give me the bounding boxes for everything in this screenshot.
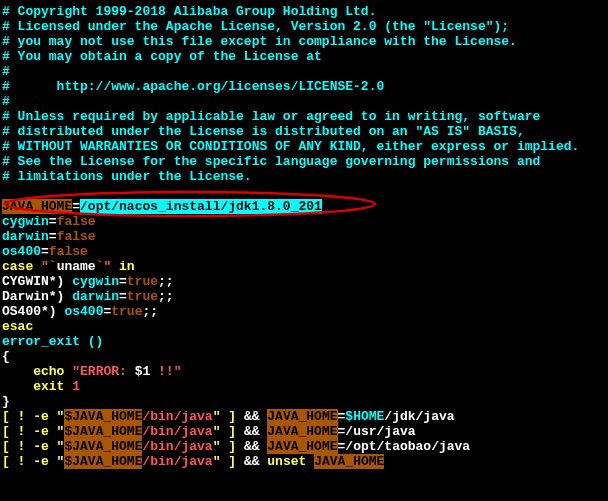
var-name: os400 xyxy=(2,244,41,259)
equals-sign: = xyxy=(119,274,127,289)
var-value: true xyxy=(111,304,142,319)
test-bracket-close: " ] xyxy=(213,454,244,469)
echo-line: echo "ERROR: $1 !!" xyxy=(2,364,606,379)
var-value: false xyxy=(49,244,88,259)
case-branch: OS400*) os400=true;; xyxy=(2,304,606,319)
home-var: $HOME xyxy=(345,409,384,424)
command-uname: uname xyxy=(57,259,96,274)
license-line: # WITHOUT WARRANTIES OR CONDITIONS OF AN… xyxy=(2,139,606,154)
var-name: darwin xyxy=(72,289,119,304)
exit-line: exit 1 xyxy=(2,379,606,394)
license-line: # xyxy=(2,64,606,79)
case-end: ;; xyxy=(158,289,174,304)
java-home-var: $JAVA_HOME xyxy=(64,439,142,454)
var-name: darwin xyxy=(2,229,49,244)
var-assign-line: os400=false xyxy=(2,244,606,259)
path-segment: /jdk/java xyxy=(384,409,454,424)
keyword-exit: exit xyxy=(33,379,64,394)
test-bracket-close: " ] xyxy=(213,409,244,424)
brace-close: } xyxy=(2,394,606,409)
keyword-echo: echo xyxy=(33,364,64,379)
java-home-var: $JAVA_HOME xyxy=(64,454,142,469)
test-line: [ ! -e "$JAVA_HOME/bin/java" ] && JAVA_H… xyxy=(2,409,606,424)
positional-arg: $1 xyxy=(135,364,151,379)
path-value: /opt/taobao/java xyxy=(345,439,470,454)
test-bracket: [ ! -e " xyxy=(2,424,64,439)
java-home-var: JAVA_HOME xyxy=(314,454,384,469)
path-value: /usr/java xyxy=(345,424,415,439)
var-name: cygwin xyxy=(72,274,119,289)
test-bracket-close: " ] xyxy=(213,439,244,454)
brace-open: { xyxy=(2,349,606,364)
java-home-var: JAVA_HOME xyxy=(2,199,72,214)
terminal-viewport[interactable]: # Copyright 1999-2018 Alibaba Group Hold… xyxy=(0,0,608,473)
test-bracket: [ ! -e " xyxy=(2,454,64,469)
equals-sign: = xyxy=(49,229,57,244)
path-segment: /bin/java xyxy=(142,424,212,439)
var-assign-line: darwin=false xyxy=(2,229,606,244)
keyword-case: case xyxy=(2,259,33,274)
test-bracket-close: " ] xyxy=(213,424,244,439)
java-home-var: $JAVA_HOME xyxy=(64,409,142,424)
case-branch: Darwin*) darwin=true;; xyxy=(2,289,606,304)
var-value: true xyxy=(127,274,158,289)
java-home-var: JAVA_HOME xyxy=(267,439,337,454)
and-operator: && xyxy=(244,409,260,424)
function-name: error_exit () xyxy=(2,334,606,349)
java-home-line: JAVA_HOME=/opt/nacos_install/jdk1.8.0_20… xyxy=(2,199,606,214)
license-line: # You may obtain a copy of the License a… xyxy=(2,49,606,64)
license-line: # you may not use this file except in co… xyxy=(2,34,606,49)
java-home-value: /opt/nacos_install/jdk1.8.0_201 xyxy=(80,199,322,214)
equals-sign: = xyxy=(119,289,127,304)
keyword-in: in xyxy=(119,259,135,274)
license-line: # See the License for the specific langu… xyxy=(2,154,606,169)
path-segment: /bin/java xyxy=(142,439,212,454)
license-line: # xyxy=(2,94,606,109)
case-line: case "`uname`" in xyxy=(2,259,606,274)
var-value: false xyxy=(57,229,96,244)
equals-sign: = xyxy=(49,214,57,229)
java-home-var: JAVA_HOME xyxy=(267,409,337,424)
java-home-var: JAVA_HOME xyxy=(267,424,337,439)
test-line: [ ! -e "$JAVA_HOME/bin/java" ] && JAVA_H… xyxy=(2,424,606,439)
license-line: # distributed under the License is distr… xyxy=(2,124,606,139)
test-bracket: [ ! -e " xyxy=(2,409,64,424)
license-line: # Unless required by applicable law or a… xyxy=(2,109,606,124)
blank-line xyxy=(2,184,606,199)
license-line: # limitations under the License. xyxy=(2,169,606,184)
equals-sign: = xyxy=(41,244,49,259)
var-assign-line: cygwin=false xyxy=(2,214,606,229)
path-segment: /bin/java xyxy=(142,409,212,424)
path-segment: /bin/java xyxy=(142,454,212,469)
case-pattern: Darwin*) xyxy=(2,289,72,304)
and-operator: && xyxy=(244,439,260,454)
exit-code: 1 xyxy=(72,379,80,394)
test-line: [ ! -e "$JAVA_HOME/bin/java" ] && JAVA_H… xyxy=(2,439,606,454)
quoted-text: `" xyxy=(96,259,119,274)
keyword-esac: esac xyxy=(2,319,606,334)
test-bracket: [ ! -e " xyxy=(2,439,64,454)
case-pattern: CYGWIN*) xyxy=(2,274,72,289)
case-branch: CYGWIN*) cygwin=true;; xyxy=(2,274,606,289)
var-name: os400 xyxy=(64,304,103,319)
license-line: # http://www.apache.org/licenses/LICENSE… xyxy=(2,79,606,94)
and-operator: && xyxy=(244,424,260,439)
case-end: ;; xyxy=(158,274,174,289)
test-line: [ ! -e "$JAVA_HOME/bin/java" ] && unset … xyxy=(2,454,606,469)
var-value: false xyxy=(57,214,96,229)
equals-sign: = xyxy=(72,199,80,214)
keyword-unset: unset xyxy=(267,454,306,469)
license-line: # Licensed under the Apache License, Ver… xyxy=(2,19,606,34)
var-name: cygwin xyxy=(2,214,49,229)
quoted-text: "` xyxy=(33,259,56,274)
license-line: # Copyright 1999-2018 Alibaba Group Hold… xyxy=(2,4,606,19)
var-value: true xyxy=(127,289,158,304)
space xyxy=(306,454,314,469)
and-operator: && xyxy=(244,454,260,469)
string-literal: !!" xyxy=(150,364,181,379)
string-literal: "ERROR: xyxy=(72,364,134,379)
java-home-var: $JAVA_HOME xyxy=(64,424,142,439)
case-end: ;; xyxy=(142,304,158,319)
case-pattern: OS400*) xyxy=(2,304,64,319)
